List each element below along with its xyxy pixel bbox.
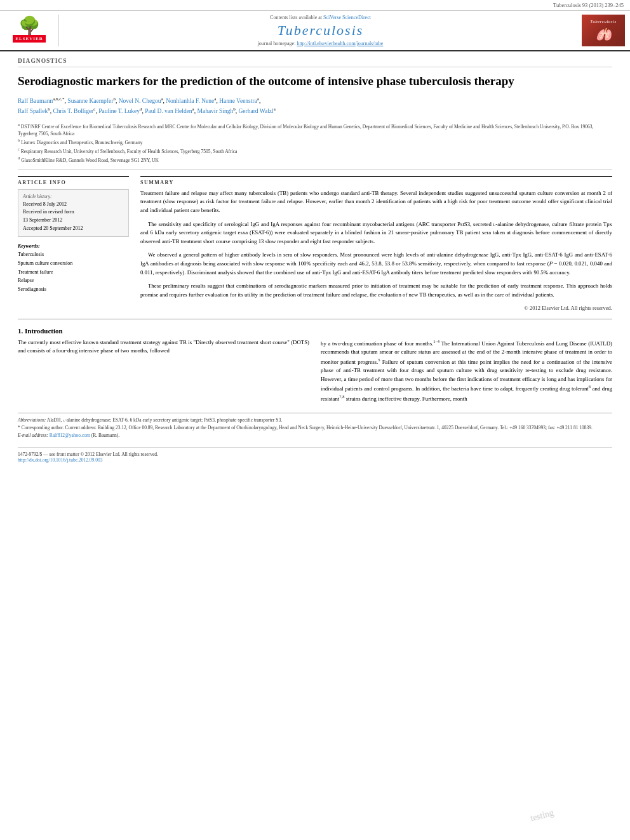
sciverse-line: Contents lists available at SciVerse Sci… [270, 15, 371, 20]
summary-column: SUMMARY Treatment failure and relapse ma… [140, 176, 612, 311]
doi-link[interactable]: http://dx.doi.org/10.1016/j.tube.2012.09… [18, 457, 612, 463]
article-title: Serodiagnostic markers for the predictio… [18, 74, 612, 90]
article-info-column: ARTICLE INFO Article history: Received 8… [18, 176, 129, 311]
received-date: Received 8 July 2012 [23, 201, 124, 209]
summary-para-4: These preliminary results suggest that c… [140, 282, 612, 299]
summary-para-3: We observed a general pattern of higher … [140, 251, 612, 277]
article-history-box: Article history: Received 8 July 2012 Re… [18, 189, 129, 237]
author-walzl: Gerhard Walzl [238, 108, 273, 114]
homepage-link[interactable]: http://intl.elsevierhealth.com/journals/… [297, 41, 383, 46]
author-lukey: Pauline T. Lukey [98, 108, 140, 114]
summary-text: Treatment failure and relapse may affect… [140, 189, 612, 300]
article-footer: 1472-9792/$ — see front matter © 2012 El… [18, 447, 612, 463]
keyword-3: Treatment failure [18, 268, 129, 277]
elsevier-logo: 🌳 ELSEVIER [5, 15, 59, 46]
thumbnail-label: Tuberculosis [590, 19, 617, 24]
testing-watermark: testing [529, 808, 554, 823]
keywords-header: Keywords: [18, 242, 129, 251]
summary-para-2: The sensitivity and specificity of serol… [140, 220, 612, 246]
intro-right-para: by a two-drug continuation phase of four… [321, 338, 612, 404]
article-info-summary-section: ARTICLE INFO Article history: Received 8… [18, 176, 612, 311]
keyword-5: Serodiagnosis [18, 285, 129, 294]
introduction-left-col: The currently most effective known stand… [18, 338, 309, 408]
summary-header: SUMMARY [140, 176, 612, 185]
revised-date: Received in revised form13 September 201… [23, 208, 124, 225]
authors: Ralf Baumanna,b,c,*, Susanne Kaempferb, … [18, 96, 612, 117]
author-spallek: Ralf Spallek [18, 108, 48, 114]
elsevier-label: ELSEVIER [13, 35, 45, 43]
abbreviations-note: Abbreviations: AlaDH, l-alanine dehydrog… [18, 417, 612, 424]
section-title-introduction: 1. Introduction [18, 327, 612, 335]
author-chegou: Novel N. Chegou [119, 98, 161, 104]
keyword-4: Relapse [18, 276, 129, 285]
journal-name: Tuberculosis [278, 22, 364, 39]
section-separator [18, 319, 612, 319]
journal-top-bar: Tuberculosis 93 (2013) 239–245 [0, 0, 630, 11]
keyword-1: Tuberculosis [18, 250, 129, 259]
affil-c: c Respiratory Research Unit, University … [18, 146, 612, 155]
introduction-two-col: The currently most effective known stand… [18, 338, 612, 408]
sciverse-link[interactable]: SciVerse ScienceDirect [323, 15, 371, 20]
journal-homepage: journal homepage: http://intl.elsevierhe… [258, 41, 384, 46]
author-singh: Mahavir Singh [197, 108, 233, 114]
email-link[interactable]: Ralf812@yahoo.com [50, 432, 90, 438]
issn-line: 1472-9792/$ — see front matter © 2012 El… [18, 451, 612, 457]
thumbnail-icon: 🫁 [596, 27, 612, 42]
copyright-line: © 2012 Elsevier Ltd. All rights reserved… [140, 305, 612, 311]
affiliations: a DST/NRF Centre of Excellence for Biome… [18, 121, 612, 169]
journal-citation: Tuberculosis 93 (2013) 239–245 [553, 2, 624, 8]
summary-para-1: Treatment failure and relapse may affect… [140, 189, 612, 215]
footnotes: Abbreviations: AlaDH, l-alanine dehydrog… [18, 413, 612, 439]
affil-a: a DST/NRF Centre of Excellence for Biome… [18, 121, 612, 137]
elsevier-tree-icon: 🌳 [18, 17, 41, 35]
accepted-date: Accepted 20 September 2012 [23, 225, 124, 233]
author-bolliger: Chris T. Bolliger [53, 108, 93, 114]
article-info-header: ARTICLE INFO [18, 176, 129, 185]
intro-left-para: The currently most effective known stand… [18, 338, 309, 356]
author-kaempfer: Susanne Kaempfer [67, 98, 113, 104]
author-vanhelden: Paul D. van Helden [145, 108, 192, 114]
author-veenstra: Hanne Veenstra [219, 98, 257, 104]
keywords-section: Keywords: Tuberculosis Sputum culture co… [18, 242, 129, 294]
history-label: Article history: [23, 193, 124, 201]
author-nene: Nonhlanhla F. Nene [166, 98, 214, 104]
introduction-right-col: by a two-drug continuation phase of four… [321, 338, 612, 408]
section-tag: DIAGNOSTICS [18, 51, 612, 67]
corresponding-note: * Corresponding author. Current address:… [18, 424, 612, 432]
journal-thumbnail: Tuberculosis 🫁 [582, 15, 625, 46]
main-content: DIAGNOSTICS Serodiagnostic markers for t… [0, 51, 630, 463]
affil-b: b Lismex Diagnostics and Therapeutics, B… [18, 137, 612, 146]
email-note: E-mail address: Ralf812@yahoo.com (R. Ba… [18, 432, 612, 439]
keyword-2: Sputum culture conversion [18, 259, 129, 268]
journal-header: 🌳 ELSEVIER Contents lists available at S… [0, 11, 630, 51]
affil-d: d GlaxoSmithKline R&D, Gunnels Wood Road… [18, 155, 612, 164]
journal-center: Contents lists available at SciVerse Sci… [64, 15, 577, 46]
author-baumann: Ralf Baumann [18, 98, 53, 104]
